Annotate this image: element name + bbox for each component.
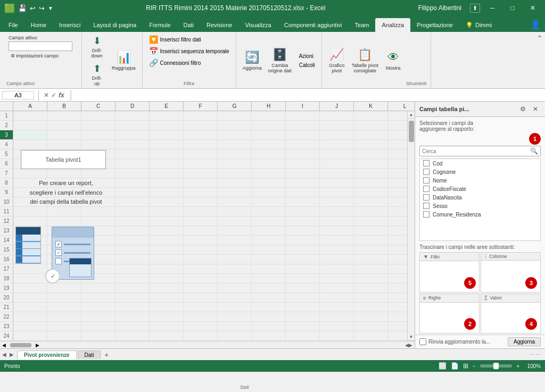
campo-attivo-input[interactable] xyxy=(9,41,72,51)
tab-revisione[interactable]: Revisione xyxy=(200,18,238,32)
tab-team[interactable]: Team xyxy=(349,18,376,32)
cell-i1[interactable] xyxy=(286,111,320,120)
cell-e1[interactable] xyxy=(150,111,184,120)
zoom-out-icon[interactable]: − xyxy=(473,363,476,369)
cell-d1[interactable] xyxy=(115,111,150,120)
tab-analizza[interactable]: Analizza xyxy=(375,18,410,32)
tab-dimmi[interactable]: 💡 Dimmi xyxy=(459,18,498,32)
normal-view-icon[interactable]: ⬜ xyxy=(439,362,447,370)
cell-l1[interactable] xyxy=(388,111,407,120)
add-sheet-button[interactable]: + xyxy=(102,350,111,360)
tab-inserisci[interactable]: Inserisci xyxy=(53,18,87,32)
zoom-slider-thumb[interactable] xyxy=(493,363,499,369)
col-header-b[interactable]: B xyxy=(47,102,81,111)
cell-j1[interactable] xyxy=(320,111,354,120)
tab-home[interactable]: Home xyxy=(24,18,53,32)
scroll-end-left[interactable]: ◀ xyxy=(405,343,409,348)
zoom-slider[interactable] xyxy=(480,364,512,368)
col-header-c[interactable]: C xyxy=(81,102,115,111)
pivot-field-codicefiscale[interactable]: CodiceFiscale xyxy=(420,185,540,193)
cell-g1[interactable] xyxy=(218,111,252,120)
drill-down-button[interactable]: ⬇ Drill- down xyxy=(86,34,108,60)
pivot-checkbox-cognome[interactable] xyxy=(423,169,430,175)
tab-dati[interactable]: Dati xyxy=(177,18,201,32)
cell-k1[interactable] xyxy=(354,111,388,120)
scroll-right-arrow[interactable]: ▶ xyxy=(34,343,42,348)
cell-b1[interactable] xyxy=(47,111,81,120)
col-header-f[interactable]: F xyxy=(184,102,218,111)
tab-visualizza[interactable]: Visualizza xyxy=(238,18,277,32)
inserisci-filtro-button[interactable]: 🔽 Inserisci filtro dati xyxy=(147,34,232,45)
horiz-scroll-thumb[interactable] xyxy=(10,343,31,347)
tab-formule[interactable]: Formule xyxy=(143,18,177,32)
cell-f1[interactable] xyxy=(184,111,218,120)
zoom-percent[interactable]: 100% xyxy=(524,363,541,369)
drill-up-button[interactable]: ⬆ Drill- up xyxy=(86,62,108,87)
pivot-field-nome[interactable]: Nome xyxy=(420,176,540,185)
tab-layout[interactable]: Layout di pagina xyxy=(87,18,143,32)
pivot-field-datanascita[interactable]: DataNascita xyxy=(420,193,540,202)
pivot-field-sesso[interactable]: Sesso xyxy=(420,202,540,210)
col-header-i[interactable]: I xyxy=(286,102,320,111)
horizontal-scrollbar[interactable]: ◀ ▶ ◀ ▶ xyxy=(0,341,415,348)
vertical-scrollbar[interactable]: ▲ ▼ xyxy=(407,111,415,341)
scroll-end-right[interactable]: ▶ xyxy=(409,343,412,348)
connessioni-filtro-button[interactable]: 🔗 Connessioni filtro xyxy=(147,57,232,68)
pivot-field-cod[interactable]: Cod xyxy=(420,159,540,168)
cell-c1[interactable] xyxy=(81,111,115,120)
pivot-panel-close-button[interactable]: ✕ xyxy=(530,104,541,114)
mostra-button[interactable]: 👁 Mostra xyxy=(383,49,404,72)
tab-file[interactable]: File xyxy=(2,18,24,32)
cell-reference-input[interactable] xyxy=(2,91,34,99)
calcoli-button[interactable]: Calcoli xyxy=(297,61,317,69)
confirm-formula-button[interactable]: ✓ xyxy=(51,91,56,99)
page-break-icon[interactable]: ⊞ xyxy=(463,362,468,370)
tab-componenti[interactable]: Componenti aggiuntivi xyxy=(278,18,349,32)
col-header-a[interactable]: A xyxy=(13,102,47,111)
minimize-button[interactable]: ─ xyxy=(484,0,500,16)
inserisci-sequenza-button[interactable]: 📅 Inserisci sequenza temporale xyxy=(147,46,232,56)
maximize-button[interactable]: □ xyxy=(505,0,521,16)
col-header-d[interactable]: D xyxy=(115,102,150,111)
insert-function-button[interactable]: fx xyxy=(59,91,64,99)
sheet-tab-dati[interactable]: Dati xyxy=(78,351,101,359)
sheet-tab-pivot-provenienze[interactable]: Pivot provenienze xyxy=(17,351,77,359)
col-header-g[interactable]: G xyxy=(218,102,252,111)
raggruppa-button[interactable]: 📊 Raggruppa xyxy=(110,49,138,72)
impostazioni-campo-button[interactable]: ⚙ Impostazioni campo xyxy=(9,52,72,60)
pivot-update-button[interactable]: Aggiorna xyxy=(508,337,541,346)
save-icon[interactable]: 💾 xyxy=(18,4,27,12)
tabelle-pivot-button[interactable]: 📋 Tabelle pivot consigliate xyxy=(350,47,381,74)
cell-a1[interactable] xyxy=(13,111,47,120)
cambia-origine-button[interactable]: 🗄️ Cambia origine dati xyxy=(266,47,294,74)
pivot-field-cognome[interactable]: Cognome xyxy=(420,168,540,176)
pivot-search-input[interactable] xyxy=(420,147,528,155)
scroll-left-arrow[interactable]: ◀ xyxy=(0,343,8,348)
col-header-h[interactable]: H xyxy=(252,102,286,111)
col-header-l[interactable]: L xyxy=(388,102,415,111)
sheet-nav-next[interactable]: ▶ xyxy=(10,352,14,357)
pivot-checkbox-cod[interactable] xyxy=(423,160,430,166)
formula-input[interactable] xyxy=(76,92,543,98)
pivot-field-comune[interactable]: Comune_Residenza xyxy=(420,210,540,219)
pivot-checkbox-comune[interactable] xyxy=(423,211,430,218)
ribbon-toggle-icon[interactable]: ⌃ xyxy=(536,34,543,43)
cell-h1[interactable] xyxy=(252,111,286,120)
customize-qat-icon[interactable]: ▼ xyxy=(48,5,53,11)
pivot-search-row[interactable]: 🔍 xyxy=(419,146,541,156)
pivot-panel-settings-button[interactable]: ⚙ xyxy=(517,104,528,114)
redo-icon[interactable]: ↪ xyxy=(39,4,45,12)
col-header-k[interactable]: K xyxy=(354,102,388,111)
scroll-down-arrow[interactable]: ▼ xyxy=(408,333,415,341)
defer-checkbox[interactable] xyxy=(419,338,426,345)
pivot-checkbox-sesso[interactable] xyxy=(423,203,430,209)
zoom-in-icon[interactable]: + xyxy=(516,363,519,369)
aggiorna-button[interactable]: 🔄 Aggiorna xyxy=(241,49,264,72)
col-header-j[interactable]: J xyxy=(320,102,354,111)
scroll-thumb[interactable] xyxy=(409,121,414,142)
undo-icon[interactable]: ↩ xyxy=(30,4,36,12)
cancel-formula-button[interactable]: ✕ xyxy=(44,91,49,99)
pivot-checkbox-datanascita[interactable] xyxy=(423,194,430,201)
account-icon[interactable]: 👤 xyxy=(528,18,543,32)
pivot-checkbox-codicefiscale[interactable] xyxy=(423,186,430,192)
